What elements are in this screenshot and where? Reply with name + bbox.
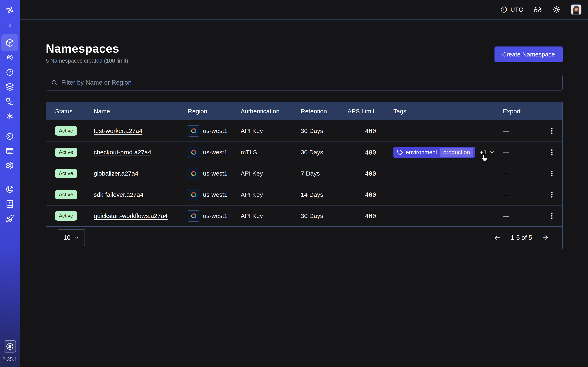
temporal-logo-icon[interactable] (5, 5, 15, 15)
region-provider-icon (188, 125, 199, 137)
row-actions-button[interactable] (548, 169, 556, 178)
prev-page-button[interactable] (493, 234, 501, 242)
billing-card-icon (6, 147, 14, 155)
auth-method: API Key (241, 191, 301, 198)
status-badge: Active (55, 169, 77, 178)
column-header: Region (188, 108, 241, 115)
asterisk-icon (6, 112, 14, 120)
lifebuoy-icon (6, 185, 14, 193)
aps-limit-value: 400 (347, 212, 393, 220)
table-row: Active checkout-prod.a27a4 us-west1 mTLS… (46, 142, 562, 163)
workflow-branch-icon (6, 97, 14, 106)
sidebar-item-getting-started[interactable] (1, 210, 18, 227)
column-header: APS Limit (347, 108, 393, 115)
filter-search-box (46, 75, 563, 91)
retention-value: 30 Days (301, 127, 347, 134)
table-row: Active test-worker.a27a4 us-west1 API Ke… (46, 120, 562, 142)
timezone-label: UTC (510, 6, 523, 13)
region-label: us-west1 (203, 170, 227, 177)
plan-billing-button[interactable] (4, 340, 16, 352)
region-provider-icon (188, 210, 199, 222)
book-sparkle-icon (6, 200, 14, 208)
page-size-value: 10 (63, 234, 70, 242)
sidebar-expand-chevron-icon[interactable] (6, 22, 13, 29)
region-label: us-west1 (203, 127, 227, 134)
timer-icon (6, 68, 14, 76)
row-actions-kebab-icon (548, 169, 556, 178)
auth-method: API Key (241, 170, 301, 177)
theme-toggle-sun-icon[interactable] (553, 6, 560, 13)
app-version: 2.35.1 (2, 356, 17, 363)
retention-value: 30 Days (301, 212, 347, 219)
topbar: UTC (20, 0, 588, 20)
google-cloud-icon (190, 127, 197, 134)
more-tags-toggle[interactable]: +1 (480, 149, 495, 156)
sidebar-item-settings[interactable] (1, 157, 18, 174)
google-cloud-icon (190, 212, 197, 220)
glasses-icon[interactable] (534, 6, 542, 14)
sidebar: 2.35.1 (0, 0, 20, 367)
column-header: Name (94, 108, 188, 115)
rocket-icon (6, 214, 14, 223)
main-content: Namespaces 5 Namespaces created (100 lim… (20, 20, 588, 249)
row-actions-button[interactable] (548, 148, 556, 156)
google-cloud-icon (190, 191, 197, 198)
row-actions-button[interactable] (548, 212, 556, 220)
table-footer: 10 1-5 of 5 (46, 226, 562, 249)
google-cloud-icon (190, 149, 197, 156)
sidebar-nav-account (1, 132, 18, 170)
column-header: Export (503, 108, 541, 115)
sidebar-item-batch-operations[interactable] (1, 108, 18, 125)
namespace-link[interactable]: test-worker.a27a4 (94, 127, 142, 134)
region-label: us-west1 (203, 149, 227, 156)
page-title: Namespaces (46, 42, 128, 55)
column-header: Authentication (241, 108, 301, 115)
export-value: — (503, 212, 541, 219)
row-actions-kebab-icon (548, 127, 556, 135)
status-badge: Active (55, 190, 77, 200)
row-actions-kebab-icon (548, 191, 556, 199)
auth-method: API Key (241, 127, 301, 134)
clock-icon (500, 6, 508, 13)
page-size-select[interactable]: 10 (58, 229, 85, 246)
tag-chip[interactable]: environmentproduction (393, 147, 475, 158)
table-header-row: StatusNameRegionAuthenticationRetentionA… (46, 102, 562, 120)
retention-value: 14 Days (301, 191, 347, 198)
tags-expand-chevron-icon (489, 149, 495, 155)
filter-search-input[interactable] (61, 79, 557, 86)
aps-limit-value: 400 (347, 127, 393, 134)
namespace-link[interactable]: quickstart-workflows.a27a4 (94, 212, 168, 219)
region-provider-icon (188, 147, 199, 158)
aps-limit-value: 400 (347, 149, 393, 156)
region-provider-icon (188, 189, 199, 200)
namespace-link[interactable]: sdk-failover.a27a4 (94, 191, 144, 198)
table-body: Active test-worker.a27a4 us-west1 API Ke… (46, 120, 562, 226)
next-page-button[interactable] (541, 234, 549, 242)
column-header: Status (46, 108, 94, 115)
row-actions-kebab-icon (548, 148, 556, 156)
namespace-link[interactable]: checkout-prod.a27a4 (94, 149, 151, 156)
gauge-icon (6, 132, 14, 141)
aps-limit-value: 400 (347, 170, 393, 177)
table-row: Active sdk-failover.a27a4 us-west1 API K… (46, 184, 562, 205)
retention-value: 30 Days (301, 149, 347, 156)
retention-value: 7 Days (301, 170, 347, 177)
region-label: us-west1 (203, 191, 227, 198)
dollar-badge-icon (6, 342, 14, 350)
sidebar-nav-main (1, 39, 18, 120)
timezone-selector[interactable]: UTC (500, 6, 523, 13)
row-actions-button[interactable] (548, 127, 556, 135)
sidebar-divider (0, 178, 20, 178)
auth-method: API Key (241, 212, 301, 219)
search-icon (51, 79, 58, 86)
table-row: Active globalizer.a27a4 us-west1 API Key… (46, 163, 562, 184)
create-namespace-button[interactable]: Create Namespace (494, 47, 563, 62)
status-badge: Active (55, 148, 77, 157)
namespace-link[interactable]: globalizer.a27a4 (94, 170, 138, 177)
user-avatar[interactable] (571, 4, 581, 15)
tag-icon (397, 150, 403, 155)
column-header: Retention (301, 108, 347, 115)
export-value: — (503, 191, 541, 198)
aps-limit-value: 400 (347, 191, 393, 198)
row-actions-button[interactable] (548, 191, 556, 199)
